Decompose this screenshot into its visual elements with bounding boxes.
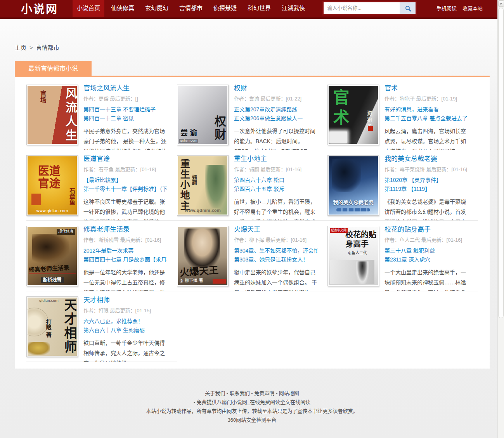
- chapter-link[interactable]: 2012年最后一次求票: [83, 246, 167, 255]
- chapter-link[interactable]: 第四百一十三章 不要理烂摊子: [83, 105, 167, 114]
- chapter-link[interactable]: 六六八已更，求推荐票！: [83, 317, 167, 326]
- book-cover-image: 风流人生 官场: [28, 86, 77, 144]
- book-meta: 作者：断桥残雪 最后更新：[01-16]: [83, 236, 167, 243]
- breadcrumb-home-link[interactable]: 主页: [15, 44, 26, 51]
- book-description: 前世，被小三儿暗算，香消玉殒，好不容易有了个重生的机会，醒来一看，小手小脚娃娃脸…: [234, 197, 317, 220]
- footer-tagline: - 免费提供八扇门小说网_在线免费阅读全文在线阅读: [0, 400, 504, 405]
- book-cover-link[interactable]: 我的美女总裁老婆: [327, 155, 379, 216]
- book-title-link[interactable]: 官术: [384, 85, 398, 92]
- nav-item[interactable]: 小说首页: [73, 0, 104, 17]
- search-input[interactable]: [324, 2, 400, 14]
- scroll-up-button[interactable]: [498, 0, 504, 7]
- book-cover-link[interactable]: 天才相师 打眼 著 qidian.com: [26, 296, 78, 357]
- breadcrumb-current: 言情都市: [36, 44, 59, 51]
- book-card: 医道官途 石章鱼 www.qidian.com 医道官途 作者：石章鱼 最后更新…: [26, 155, 177, 221]
- book-chapters: 正文第207章改走清纯路线 正文第206章做生意跟做人一: [234, 105, 317, 123]
- footer-link[interactable]: 关于我们: [205, 390, 225, 396]
- book-description: 平民子弟意外身亡，突然成为官场豪门子弟的他， 是换一种人生，还是继续风流放纵的生…: [83, 126, 167, 150]
- cover-author-text: 打眼 著: [45, 319, 51, 338]
- book-title-link[interactable]: 官场之风流人生: [83, 85, 130, 92]
- book-cover-link[interactable]: 官术 狗狍子: [327, 85, 379, 145]
- topbar-inner: 小说网 小说首页仙侠修真玄幻魔幻言情都市侦探悬疑科幻世界江湖武侠 手机阅读收藏本…: [0, 0, 497, 17]
- nav-item[interactable]: 玄幻魔幻: [141, 0, 173, 17]
- footer-link[interactable]: 网站地图: [279, 390, 299, 396]
- chapter-link[interactable]: 第四百六十五章 驳斥: [234, 185, 317, 194]
- book-title-link[interactable]: 权财: [234, 85, 247, 92]
- cover-watermark-text: 现代修真: [57, 229, 75, 235]
- cover-title-text: 修真老师生活录: [29, 265, 70, 274]
- header-links: 手机阅读收藏本站: [436, 4, 483, 12]
- book-card: 官术 狗狍子 官术 作者：狗狍子 最后更新：[01-19] 有好的消息，进来看看…: [327, 85, 478, 150]
- book-description: 风起云涌，鹰击四海，官场如长空点翼，玩尽权谋。官场之术万千如大道棋盘，万术从心可…: [384, 126, 468, 150]
- cover-author-text: ◎ 柳下挥 著: [180, 279, 203, 283]
- header-link[interactable]: 收藏本站: [462, 4, 483, 12]
- book-cover-link[interactable]: 火爆天王 ◎ 柳下挥 著: [177, 226, 229, 286]
- chapter-link[interactable]: 正文第207章改走清纯路线: [234, 105, 317, 114]
- chapter-link[interactable]: 第二千五百零八章 差点全栽进去了: [384, 114, 468, 123]
- search-button[interactable]: [400, 2, 416, 14]
- book-chapters: 2012年最后一次求票 第四百四十七章 月是故乡圆【求月票: [83, 246, 167, 264]
- breadcrumb-separator: >: [29, 44, 33, 51]
- book-title-link[interactable]: 我的美女总裁老婆: [384, 155, 437, 163]
- book-cover-image: 医道官途 石章鱼 www.qidian.com: [28, 156, 77, 215]
- chapter-link[interactable]: 第1119章 【1119】: [384, 185, 468, 194]
- book-description: 《我的美女总裁老婆》是霉干菜烧饼所著的都市玄幻题材小说，首发于逐浪小说网。讲述的…: [384, 197, 468, 220]
- header-link[interactable]: 手机阅读: [436, 4, 457, 12]
- chapter-link[interactable]: 第四百四十七章 月是故乡圆【求月票: [83, 255, 167, 264]
- chapter-link[interactable]: 第六百六十八章 生死磨砺: [83, 326, 167, 335]
- chapter-link[interactable]: 第1020章 【灵异事件】: [384, 176, 468, 185]
- book-cover-link[interactable]: 风流人生 官场: [26, 85, 78, 145]
- cover-watermark-text: qidian.com: [179, 139, 198, 143]
- book-info: 天才相师 作者：打眼 最后更新：[01-15] 六六八已更，求推荐票！ 第六百六…: [83, 296, 167, 362]
- cover-title-text: 官术: [331, 89, 348, 129]
- footer-link[interactable]: 联系我们: [230, 390, 250, 396]
- cover-author-text: 狗狍子: [366, 111, 372, 130]
- book-cover-link[interactable]: 修真老师生活录 断桥残雪 现代修真: [26, 226, 78, 286]
- chapter-link[interactable]: 第304章、生不如死都不怕，还会怕死？: [234, 246, 317, 255]
- chapter-link[interactable]: 第一千零七十一章【评判标准】（下）: [83, 185, 167, 194]
- book-cover-link[interactable]: 权财 尝谕 qidian.com: [177, 85, 229, 145]
- book-chapters: 第304章、生不如死都不怕，还会怕死？ 第303章、她只是让我扮女人！: [234, 246, 317, 264]
- vertical-scrollbar[interactable]: [497, 0, 504, 438]
- book-cover-link[interactable]: 重生小地主 弱颜 www.qdmm.com: [177, 155, 229, 216]
- book-card: 权财 尝谕 qidian.com 权财 作者：尝谕 最后更新：[01-22] 正…: [177, 85, 327, 150]
- book-meta: 作者：霉干菜烧饼 最后更新：[01-16]: [384, 165, 468, 173]
- chapter-link[interactable]: 【最近比较累】: [83, 176, 167, 185]
- chapter-link[interactable]: 第2311章 深入虎穴: [384, 255, 468, 264]
- nav-item[interactable]: 江湖武侠: [277, 0, 309, 17]
- book-chapters: 六六八已更，求推荐票！ 第六百六十八章 生死磨砺: [83, 317, 167, 335]
- book-title-link[interactable]: 重生小地主: [234, 155, 267, 163]
- book-meta: 作者：柳下挥 最后更新：[01-16]: [234, 236, 317, 243]
- nav-item[interactable]: 侦探悬疑: [209, 0, 241, 17]
- nav-item[interactable]: 言情都市: [175, 0, 207, 17]
- site-logo[interactable]: 小说网: [21, 0, 58, 16]
- book-card: 重生小地主 弱颜 www.qdmm.com 重生小地主 作者：弱颜 最后更新：[…: [177, 155, 327, 221]
- book-title-link[interactable]: 天才相师: [83, 296, 110, 304]
- book-cover-image: 权财 尝谕 qidian.com: [178, 86, 227, 144]
- chapter-link[interactable]: 正文第206章做生意跟做人一: [234, 114, 317, 123]
- book-cover-image: 重生小地主 弱颜 www.qdmm.com: [178, 156, 227, 215]
- cover-watermark-text: www.qidian.com: [36, 209, 68, 213]
- chapter-link[interactable]: 第303章、她只是让我扮女人！: [234, 255, 317, 264]
- book-info: 官场之风流人生 作者：更俗 最后更新：[] 第四百一十三章 不要理烂摊子 第四百…: [83, 85, 167, 150]
- chapter-link[interactable]: 第四百六十六章 松口: [234, 176, 317, 185]
- book-title-link[interactable]: 医道官途: [83, 155, 110, 163]
- book-description: 他是一位年轻的大学老师，他还是一位无意中得传上古五帝真经，修炼了大混沌五行心法的…: [83, 267, 167, 291]
- chapter-link[interactable]: 第三十八章 触犯利益: [384, 246, 468, 255]
- book-cover-link[interactable]: 医道官途 石章鱼 www.qidian.com: [26, 155, 78, 216]
- book-title-link[interactable]: 校花的贴身高手: [384, 226, 431, 234]
- footer-security-link[interactable]: 360网站安全检测平台: [228, 417, 277, 423]
- book-title-link[interactable]: 修真老师生活录: [83, 226, 130, 234]
- novel-panel: 风流人生 官场 官场之风流人生 作者：更俗 最后更新：[] 第四百一十三章 不要…: [15, 77, 490, 369]
- chapter-link[interactable]: 第四百一十二章 密见: [83, 114, 167, 123]
- footer-link[interactable]: 免责声明: [254, 390, 274, 396]
- nav-item[interactable]: 仙侠修真: [107, 0, 139, 17]
- book-cover-image: 天才相师 打眼 著 qidian.com: [28, 298, 77, 356]
- book-title-link[interactable]: 火爆天王: [234, 226, 260, 234]
- book-meta: 作者：打眼 最后更新：[01-15]: [83, 306, 167, 314]
- nav-item[interactable]: 科幻世界: [243, 0, 275, 17]
- book-cover-link[interactable]: 校花的贴身高手 ◎鱼人二代 起点中文网: [327, 226, 379, 286]
- cover-title-text: 天才相师: [62, 298, 76, 354]
- scrollbar-thumb[interactable]: [498, 8, 504, 318]
- chapter-link[interactable]: 有好的消息，进来看看: [384, 105, 468, 114]
